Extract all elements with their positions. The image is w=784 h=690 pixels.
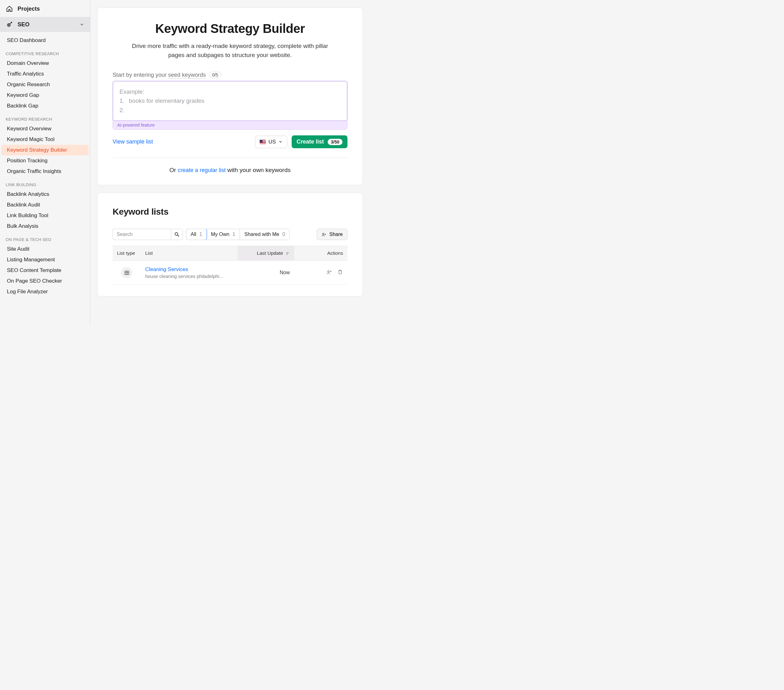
svg-point-1	[8, 25, 10, 25]
sidebar-link[interactable]: Log File Analyzer	[1, 286, 89, 297]
sidebar-link[interactable]: Keyword Gap	[1, 90, 89, 100]
sidebar-link[interactable]: Site Audit	[1, 244, 89, 255]
share-row-icon[interactable]	[326, 269, 333, 275]
sidebar-group-title: COMPETITIVE RESEARCH	[0, 46, 90, 58]
search-button[interactable]	[171, 229, 183, 240]
chevron-down-icon	[79, 22, 84, 27]
sidebar-link[interactable]: On Page SEO Checker	[1, 276, 89, 286]
flag-us-icon	[260, 140, 266, 144]
filter-tab[interactable]: My Own1	[207, 229, 240, 240]
sidebar-link[interactable]: Backlink Analytics	[1, 189, 89, 200]
sidebar-link[interactable]: Keyword Strategy Builder	[1, 145, 89, 155]
sidebar-link[interactable]: Organic Traffic Insights	[1, 166, 89, 177]
sidebar-link-seo-dashboard[interactable]: SEO Dashboard	[1, 35, 89, 46]
table-row: Cleaning Serviceshouse cleaning services…	[113, 261, 348, 285]
seed-label: Start by entering your seed keywords	[113, 72, 206, 78]
sidebar-section-seo[interactable]: SEO	[0, 17, 90, 32]
sidebar-link[interactable]: Listing Management	[1, 255, 89, 265]
sidebar-group-title: KEYWORD RESEARCH	[0, 111, 90, 123]
create-list-label: Create list	[296, 138, 324, 145]
create-list-quota: 3/50	[328, 139, 343, 145]
filter-tab[interactable]: All1	[186, 229, 207, 240]
share-icon	[321, 232, 327, 237]
sort-desc-icon	[286, 251, 290, 256]
chevron-down-icon	[278, 140, 283, 144]
sidebar-link[interactable]: Keyword Magic Tool	[1, 134, 89, 145]
page-title: Keyword Strategy Builder	[113, 21, 348, 36]
regular-list-row: Or create a regular list with your own k…	[113, 158, 348, 174]
seed-keywords-hint[interactable]: seed keywords	[168, 72, 206, 79]
col-list-type: List type	[113, 246, 141, 261]
ai-feature-tag: AI-powered feature	[113, 121, 347, 128]
sidebar-link[interactable]: Domain Overview	[1, 58, 89, 69]
keyword-lists-title: Keyword lists	[113, 207, 348, 217]
delete-row-icon[interactable]	[338, 269, 343, 275]
seed-count-badge: 0/5	[209, 72, 221, 78]
share-button[interactable]: Share	[317, 229, 348, 240]
search-icon	[174, 232, 180, 237]
sidebar-section-label: SEO	[18, 21, 30, 28]
view-sample-link[interactable]: View sample list	[113, 138, 153, 145]
sidebar-projects[interactable]: Projects	[0, 0, 90, 17]
col-list: List	[141, 246, 238, 261]
sidebar-projects-label: Projects	[18, 6, 40, 12]
keyword-lists-card: Keyword lists All1My Own1Shared with Me0…	[97, 193, 363, 296]
sidebar: Projects SEO SEO Dashboard COMPETITIVE R…	[0, 0, 90, 325]
sidebar-link[interactable]: Position Tracking	[1, 155, 89, 166]
col-actions: Actions	[294, 246, 348, 261]
col-last-update[interactable]: Last Update	[238, 246, 294, 261]
list-name-link[interactable]: Cleaning Services	[145, 266, 233, 273]
sidebar-link[interactable]: Backlink Audit	[1, 200, 89, 210]
filter-segment: All1My Own1Shared with Me0	[186, 229, 290, 240]
svg-point-2	[175, 233, 178, 235]
svg-rect-4	[125, 271, 129, 274]
sidebar-link[interactable]: SEO Content Template	[1, 265, 89, 276]
sidebar-link[interactable]: Link Building Tool	[1, 210, 89, 221]
keyword-lists-table: List type List Last Update Actions Clean…	[113, 246, 348, 285]
home-icon	[6, 5, 13, 13]
country-label: US	[268, 139, 276, 145]
seed-input-wrapper: Example: 1.books for elementary grades 2…	[113, 81, 348, 130]
sidebar-group-title: ON PAGE & TECH SEO	[0, 232, 90, 244]
search-input[interactable]	[113, 229, 171, 240]
svg-point-5	[328, 270, 329, 272]
seed-input[interactable]: Example: 1.books for elementary grades 2…	[113, 81, 347, 121]
filter-tab[interactable]: Shared with Me0	[240, 229, 290, 240]
sidebar-link[interactable]: Bulk Analysis	[1, 221, 89, 232]
page-subtitle: Drive more traffic with a ready-made key…	[130, 41, 331, 60]
svg-point-3	[323, 233, 324, 234]
main-content: Keyword Strategy Builder Drive more traf…	[90, 0, 370, 325]
sidebar-group-title: LINK BUILDING	[0, 177, 90, 189]
builder-card: Keyword Strategy Builder Drive more traf…	[97, 8, 363, 185]
list-type-icon	[121, 267, 132, 278]
target-icon	[6, 21, 13, 28]
sidebar-link[interactable]: Traffic Analytics	[1, 69, 89, 79]
sidebar-link[interactable]: Backlink Gap	[1, 100, 89, 111]
sidebar-link[interactable]: Organic Research	[1, 79, 89, 90]
country-select[interactable]: US	[255, 136, 287, 148]
sidebar-link[interactable]: Keyword Overview	[1, 123, 89, 134]
create-regular-list-link[interactable]: create a regular list	[178, 167, 226, 173]
list-last-update: Now	[238, 261, 294, 285]
create-list-button[interactable]: Create list 3/50	[292, 135, 348, 148]
list-subtitle: house cleaning services philadelphi...	[145, 274, 233, 279]
